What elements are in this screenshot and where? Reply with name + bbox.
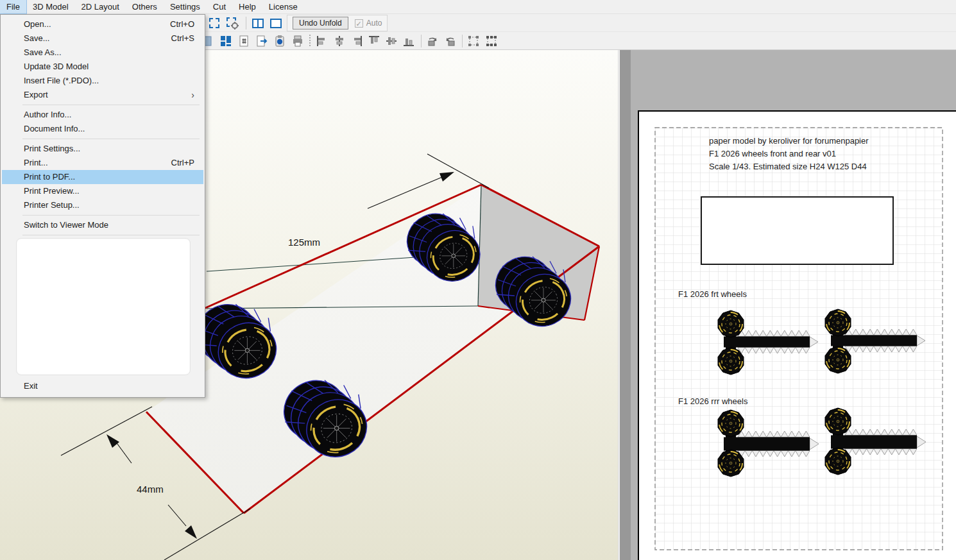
menu-cut[interactable]: Cut	[207, 0, 232, 13]
unfold-group: Undo Unfold ✓ Auto	[287, 15, 388, 31]
toolbar-separator	[462, 35, 463, 47]
menu-separator	[22, 139, 200, 139]
print-icon[interactable]	[290, 34, 305, 48]
align-middle-v-icon[interactable]	[384, 34, 399, 48]
menu-license[interactable]: License	[262, 0, 304, 13]
file-menu-update-3d-model[interactable]: Update 3D Model	[2, 60, 203, 74]
auto-label: Auto	[366, 19, 382, 28]
align-top-icon[interactable]	[366, 34, 382, 48]
page-credit-line: paper model by keroliver for forumenpapi…	[709, 136, 869, 146]
recent-files-box	[16, 238, 191, 375]
rotate-left-icon[interactable]	[425, 34, 440, 48]
file-menu-switch-viewer-mode[interactable]: Switch to Viewer Mode	[2, 218, 203, 232]
toolbar-separator	[246, 17, 246, 30]
file-menu-save-as[interactable]: Save As...	[2, 46, 203, 60]
file-menu-document-info[interactable]: Document Info...	[2, 122, 203, 136]
layout-2d-icon[interactable]	[218, 34, 234, 48]
toolbar-separator	[309, 35, 311, 47]
menu-bar: File 3D Model 2D Layout Others Settings …	[0, 0, 956, 14]
pepakura-window: File 3D Model 2D Layout Others Settings …	[0, 0, 956, 560]
undo-unfold-button[interactable]: Undo Unfold	[293, 17, 348, 30]
unfold-frame-icon[interactable]	[207, 16, 222, 30]
unfold-settings-icon[interactable]	[225, 16, 240, 30]
page-export-icon[interactable]	[254, 34, 269, 48]
menu-others[interactable]: Others	[126, 0, 164, 13]
file-menu-print-settings[interactable]: Print Settings...	[2, 142, 203, 156]
menu-separator	[22, 235, 200, 235]
submenu-arrow-icon: ›	[191, 88, 194, 102]
file-menu-open[interactable]: Open...Ctrl+O	[2, 17, 203, 31]
align-center-h-icon[interactable]	[332, 34, 347, 48]
file-menu-print-to-pdf[interactable]: Print to PDF...	[2, 170, 203, 184]
checkmark-icon: ✓	[355, 19, 363, 28]
capture-icon[interactable]	[272, 34, 287, 48]
file-menu-printer-setup[interactable]: Printer Setup...	[2, 198, 203, 212]
menu-separator	[22, 105, 200, 105]
file-menu-dropdown: Open...Ctrl+O Save...Ctrl+S Save As... U…	[0, 14, 205, 398]
layout-2d-pane[interactable]: paper model by keroliver for forumenpapi…	[620, 50, 956, 560]
blank-part-rectangle[interactable]	[701, 197, 893, 264]
front-wheels-label: F1 2026 frt wheels	[678, 289, 747, 299]
menu-settings[interactable]: Settings	[164, 0, 207, 13]
align-left-icon[interactable]	[314, 34, 330, 48]
rear-wheels-label: F1 2026 rrr wheels	[678, 396, 748, 406]
layout-2d-canvas: paper model by keroliver for forumenpapi…	[620, 50, 956, 560]
single-view-icon[interactable]	[268, 16, 284, 30]
align-right-icon[interactable]	[349, 34, 364, 48]
menu-separator	[22, 215, 200, 216]
menu-2d-layout[interactable]: 2D Layout	[75, 0, 126, 13]
menu-file[interactable]: File	[0, 0, 26, 13]
file-menu-insert-file[interactable]: Insert File (*.PDO)...	[2, 74, 203, 88]
file-menu-author-info[interactable]: Author Info...	[2, 108, 203, 122]
dimension-width-label: 44mm	[137, 484, 164, 495]
menu-help[interactable]: Help	[232, 0, 262, 13]
auto-checkbox[interactable]: ✓ Auto	[355, 19, 382, 28]
transform-points-icon[interactable]	[484, 34, 499, 48]
dimension-length-label: 125mm	[288, 237, 320, 248]
file-menu-print[interactable]: Print...Ctrl+P	[2, 156, 203, 170]
page-number-icon[interactable]	[236, 34, 252, 48]
split-view-icon[interactable]	[250, 16, 266, 30]
toolbar-separator	[421, 35, 422, 47]
file-menu-export[interactable]: Export ›	[2, 88, 203, 102]
page-scale-line: Scale 1/43. Estimated size H24 W125 D44	[709, 162, 867, 171]
transform-scale-icon[interactable]	[466, 34, 481, 48]
align-bottom-icon[interactable]	[401, 34, 416, 48]
menu-3d-model[interactable]: 3D Model	[26, 0, 75, 13]
page-title-line: F1 2026 wheels front and rear v01	[709, 149, 836, 158]
rotate-right-icon[interactable]	[443, 34, 458, 48]
file-menu-print-preview[interactable]: Print Preview...	[2, 184, 203, 198]
file-menu-exit[interactable]: Exit	[2, 379, 203, 393]
file-menu-save[interactable]: Save...Ctrl+S	[2, 31, 203, 46]
